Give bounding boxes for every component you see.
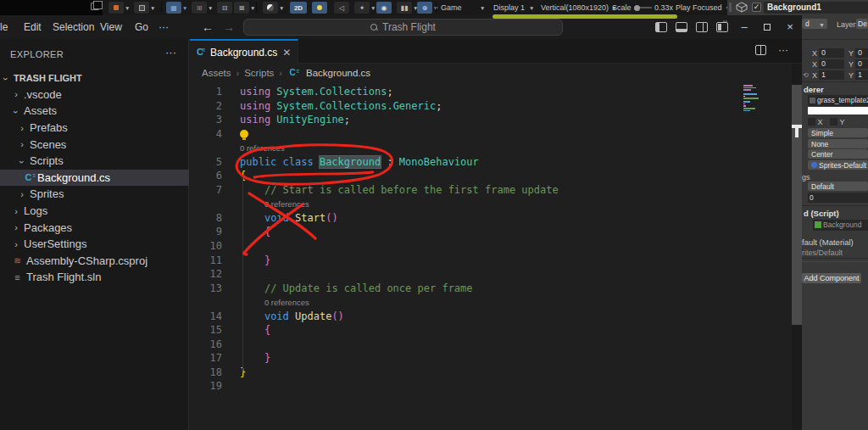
tool-handle-icon[interactable]: ▼ [108,2,130,14]
sorting-layer-dropdown[interactable]: Default [808,181,868,192]
minimize-button[interactable]: – [734,15,754,39]
lightbulb-icon[interactable] [240,130,248,138]
visibility-icon[interactable]: ◉ [376,2,392,14]
sidebar-item-usersettings[interactable]: ›UserSettings [0,236,189,253]
grid-icon[interactable]: ▦▼ [166,2,187,14]
shader-value[interactable]: rites/Default [802,249,843,257]
code-line-10[interactable]: 10 [190,239,792,254]
explorer-actions-icon[interactable]: ··· [165,46,176,59]
gameobject-name-field[interactable]: Background1 [764,2,868,14]
code-line-5[interactable]: 5public class Background : MonoBehaviour [190,155,792,170]
menu-go[interactable]: Go [135,15,148,39]
maximize-button[interactable] [757,15,777,39]
layer-dropdown[interactable]: De [856,19,868,30]
active-checkbox[interactable]: ✓ [752,3,761,12]
code-line-11[interactable]: 11 } [190,254,792,268]
code-line-1[interactable]: 1using System.Collections; [190,85,792,99]
menu-file[interactable]: le [0,15,8,39]
sidebar-item-trash-flight-sln[interactable]: ≡Trash Flight.sln [0,269,189,286]
toggle-panel-icon[interactable] [676,22,687,32]
code-line-12[interactable]: 12 [190,267,792,282]
menu-selection[interactable]: Selection [53,15,94,39]
toggle-sidebar-icon[interactable] [655,22,667,32]
material-header[interactable]: fault (Material) [802,237,854,247]
component-icon[interactable]: ▮▮▼ [397,2,418,14]
code-line-19[interactable]: 19 [190,379,792,394]
editor-more-icon[interactable]: ··· [778,45,788,55]
code-line-7[interactable]: 7 // Start is called before the first fr… [190,183,792,198]
restore-window-icon[interactable] [91,3,99,10]
transform-y-field[interactable]: 1 [855,70,868,80]
forward-arrow-icon[interactable]: → [223,15,235,39]
menu-edit[interactable]: Edit [24,15,42,39]
menu-view[interactable]: View [100,15,122,39]
display-dropdown[interactable]: Display 1▼ [493,2,534,14]
script-component-header[interactable]: d (Script) [804,209,839,218]
sprite-renderer-header[interactable]: derer [804,85,824,94]
2d-button[interactable]: 2D [290,2,307,14]
scene-light-icon[interactable] [312,2,327,14]
code-line-4[interactable]: 4 [190,127,792,142]
code-line-13[interactable]: 13 // Update is called once per frame [190,282,792,296]
code-line-8[interactable]: 8 void Start() [190,211,792,226]
code-line-14[interactable]: 14 void Update() [190,310,792,324]
sidebar-item-logs[interactable]: ›Logs [0,203,189,220]
sidebar-item-assets[interactable]: ›Assets [0,103,189,120]
menu-more[interactable]: ··· [159,15,169,39]
transform-y-field[interactable]: 0 [855,59,868,69]
mask-interaction-dropdown[interactable]: None [808,139,868,149]
sidebar-item-packages[interactable]: ›Packages [0,219,189,236]
add-component-button[interactable]: Add Component [802,273,861,283]
grid-snap-icon[interactable]: ⊞▼ [192,2,213,14]
search-input[interactable]: Trash Flight [243,19,563,36]
codelens-references[interactable]: 0 references [190,295,792,310]
shading-mode-icon[interactable]: ▼ [263,2,284,14]
tab-background-cs[interactable]: C Background.cs ✕ [190,39,298,64]
breadcrumb[interactable]: Assets › Scripts › C Background.cs [190,64,802,82]
sidebar-item-scenes[interactable]: ›Scenes [0,136,189,153]
scrollbar-thumb[interactable] [792,85,802,325]
code-line-6[interactable]: 6{ [190,169,792,183]
sidebar-item-scripts[interactable]: ›Scripts [0,153,189,170]
sidebar-item--vscode[interactable]: ›.vscode [0,87,189,103]
color-field[interactable] [808,107,868,114]
code-line-18[interactable]: 18} [190,366,792,380]
sidebar-item-assembly-csharp-csproj[interactable]: ≋Assembly-CSharp.csproj [0,253,189,270]
code-editor[interactable]: 1using System.Collections;2using System.… [190,85,792,394]
customize-layout-icon[interactable] [716,22,728,32]
back-arrow-icon[interactable]: ← [202,15,214,39]
resolution-dropdown[interactable]: Vertical(1080x1920)▼ [541,2,617,14]
breadcrumb-assets[interactable]: Assets [202,68,231,78]
sidebar-root-folder[interactable]: ›TRASH FLIGHT [0,70,189,87]
sprite-sort-point-dropdown[interactable]: Center [808,149,868,159]
transform-y-field[interactable]: 0 [855,48,868,58]
code-line-16[interactable]: 16 [190,338,792,352]
order-in-layer-field[interactable]: 0 [808,193,868,203]
transform-x-field[interactable]: 0 [819,59,844,69]
audio-icon[interactable]: ◁ [334,2,349,14]
codelens-references[interactable]: 0 references [190,197,792,211]
game-view-tab[interactable]: Game [441,2,462,14]
sprite-field[interactable]: grass_template2 [808,95,868,106]
script-field[interactable]: Background [813,220,868,231]
flip-x-checkbox[interactable] [808,118,815,126]
close-button[interactable]: × [780,15,800,39]
transform-x-field[interactable]: 1 [819,70,844,80]
code-line-15[interactable]: 15 { [190,323,792,338]
codelens-references[interactable]: 0 references [190,141,792,155]
material-field[interactable]: Sprites-Default [808,160,868,170]
sidebar-item-prefabs[interactable]: ›Prefabs [0,120,189,137]
sidebar-item-background-cs[interactable]: CBackground.cs [0,170,189,187]
flip-y-checkbox[interactable] [830,118,837,126]
code-line-3[interactable]: 3using UnityEngine; [190,113,792,127]
snap-icon[interactable]: ⊟⊠▼ [217,2,255,14]
transform-x-field[interactable]: 0 [819,48,844,58]
breadcrumb-file[interactable]: Background.cs [306,68,370,78]
play-focused-dropdown[interactable]: Play Focused▼ [676,2,731,14]
scale-slider[interactable] [634,2,652,14]
draw-mode-dropdown[interactable]: Simple [808,128,868,138]
sidebar-item-sprites[interactable]: ›Sprites [0,186,189,203]
game-caret-icon[interactable]: ▼ [479,2,485,14]
split-editor-icon[interactable] [755,45,766,55]
tab-close-icon[interactable]: ✕ [282,47,291,59]
